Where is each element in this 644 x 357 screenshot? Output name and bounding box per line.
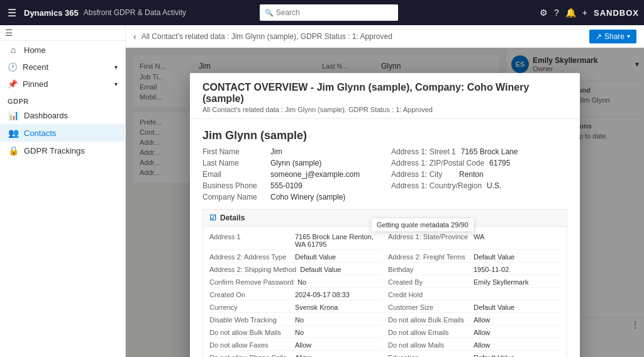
company-name-value: Coho Winery (sample) bbox=[270, 193, 345, 201]
detail-row-right: Customer SizeDefault Value bbox=[388, 302, 560, 313]
sandbox-label: SANDBOX bbox=[594, 8, 639, 18]
detail-label: Disable Web Tracking bbox=[209, 316, 291, 324]
detail-row-left: Do not allow FaxesAllow bbox=[209, 340, 382, 351]
address-zip-label: Address 1: ZIP/Postal Code bbox=[391, 159, 484, 167]
detail-row-right: Birthday1950-11-02 bbox=[388, 264, 560, 275]
details-grid: Address 17165 Brock Lane Renton, WA 6179… bbox=[209, 232, 560, 357]
detail-value-2: WA bbox=[474, 233, 484, 248]
detail-row-left: Created On2024-09-17 08:33 bbox=[209, 290, 382, 300]
sidebar-item-contacts[interactable]: 👥 Contacts bbox=[0, 124, 125, 142]
contact-basic-grid: First Name Jim Address 1: Street 1 7165 … bbox=[203, 147, 567, 201]
sidebar-recent-label: Recent bbox=[23, 62, 48, 72]
email-label: Email bbox=[203, 170, 265, 179]
detail-value: 2024-09-17 08:33 bbox=[295, 291, 350, 298]
detail-value: Allow bbox=[295, 354, 311, 357]
contact-card-header: Jim Glynn (sample) First Name Jim Addres… bbox=[203, 129, 567, 201]
details-body: Address 17165 Brock Lane Renton, WA 6179… bbox=[203, 227, 567, 357]
sidebar-item-gdpr-trackings[interactable]: 🔒 GDPR Trackings bbox=[0, 142, 125, 159]
detail-row-right: Do not allow EmailsAllow bbox=[388, 327, 560, 338]
sidebar-item-pinned[interactable]: 📌 Pinned ▾ bbox=[0, 76, 125, 93]
share-button[interactable]: ↗ Share ▾ bbox=[589, 30, 636, 43]
back-nav-arrow[interactable]: ‹ bbox=[133, 31, 136, 42]
email-row: Email someone_j@example.com bbox=[203, 170, 379, 179]
pinned-icon: 📌 bbox=[8, 79, 18, 89]
search-input[interactable] bbox=[276, 8, 389, 17]
hamburger-menu-icon[interactable]: ☰ bbox=[5, 4, 19, 21]
last-name-row: Last Name Glynn (sample) bbox=[203, 159, 379, 167]
details-checkmark-icon: ☑ bbox=[209, 213, 216, 222]
detail-row-left: Confirm Remove PasswordNo bbox=[209, 277, 382, 288]
detail-label-2: Education bbox=[388, 354, 470, 357]
detail-value-2: Default Value bbox=[474, 253, 514, 261]
modal-body[interactable]: Jim Glynn (sample) First Name Jim Addres… bbox=[190, 119, 580, 357]
detail-label-2: Address 2: Freight Terms bbox=[388, 253, 470, 261]
detail-row-right: Created ByEmily Skyllermark bbox=[388, 277, 560, 288]
sidebar: ☰ ⌂ Home 🕐 Recent ▾ 📌 Pinned ▾ GDPR 📊 Da… bbox=[0, 25, 126, 357]
sidebar-home-label: Home bbox=[24, 45, 46, 55]
sub-header: ‹ All Contact's related data : Jim Glynn… bbox=[126, 25, 644, 48]
sidebar-dashboards-label: Dashboards bbox=[24, 111, 68, 120]
detail-row-right: Credit Hold bbox=[388, 290, 560, 300]
settings-icon[interactable]: ⚙ bbox=[540, 8, 548, 18]
add-icon[interactable]: + bbox=[582, 8, 587, 18]
sidebar-item-recent[interactable]: 🕐 Recent ▾ bbox=[0, 59, 125, 76]
address-city-value: Renton bbox=[459, 170, 484, 179]
detail-label: Confirm Remove Password bbox=[209, 278, 294, 286]
detail-value: Default Value bbox=[300, 266, 341, 273]
detail-row-left: Address 2: Address TypeDefault Value bbox=[209, 252, 382, 263]
address-street-row: Address 1: Street 1 7165 Brock Lane bbox=[391, 147, 567, 156]
notifications-icon[interactable]: 🔔 bbox=[565, 8, 576, 18]
detail-value-2: Default Value bbox=[474, 303, 514, 311]
detail-value: No bbox=[295, 329, 304, 336]
recent-icon: 🕐 bbox=[8, 62, 18, 72]
detail-value: Allow bbox=[295, 341, 311, 349]
detail-label-2: Credit Hold bbox=[388, 291, 470, 298]
detail-value: 7165 Brock Lane Renton, WA 61795 bbox=[295, 233, 382, 248]
detail-label-2: Address 1: State/Province bbox=[388, 233, 470, 248]
sidebar-item-home[interactable]: ⌂ Home bbox=[0, 41, 125, 59]
help-icon[interactable]: ? bbox=[554, 8, 559, 18]
email-value: someone_j@example.com bbox=[270, 170, 360, 179]
detail-value-2: Emily Skyllermark bbox=[474, 278, 528, 286]
detail-label: Created On bbox=[209, 291, 291, 298]
detail-row-right: Do not allow MailsAllow bbox=[388, 340, 560, 351]
detail-row-left: Address 2: Shipping MethodDefault Value bbox=[209, 264, 382, 275]
address-city-label: Address 1: City bbox=[391, 170, 454, 179]
detail-row-left: Do not allow Phone CallsAllow bbox=[209, 353, 382, 357]
detail-value-2: Allow bbox=[474, 341, 490, 349]
top-bar-right: ⚙ ? 🔔 + SANDBOX bbox=[540, 8, 639, 18]
detail-row-left: Do not allow Bulk MailsNo bbox=[209, 327, 382, 338]
sidebar-collapse-icon[interactable]: ☰ bbox=[5, 28, 13, 38]
detail-label-2: Do not allow Mails bbox=[388, 341, 470, 349]
contact-full-name: Jim Glynn (sample) bbox=[203, 129, 567, 142]
company-name-label: Company Name bbox=[203, 193, 265, 201]
sidebar-gdpr-trackings-label: GDPR Trackings bbox=[24, 146, 85, 156]
detail-value: Default Value bbox=[295, 253, 336, 261]
detail-label: Address 2: Shipping Method bbox=[209, 266, 296, 273]
chevron-down-icon-2: ▾ bbox=[114, 81, 118, 88]
address-zip-row: Address 1: ZIP/Postal Code 61795 bbox=[391, 159, 567, 167]
detail-value-2: Default Value bbox=[474, 354, 514, 357]
address-street-value: 7165 Brock Lane bbox=[461, 147, 518, 156]
detail-label-2: Do not allow Emails bbox=[388, 329, 470, 336]
breadcrumb: All Contact's related data : Jim Glynn (… bbox=[142, 32, 392, 41]
detail-value-2: Allow bbox=[474, 329, 490, 336]
company-name-row: Company Name Coho Winery (sample) bbox=[203, 193, 379, 201]
business-phone-value: 555-0109 bbox=[270, 181, 303, 190]
detail-value: Svensk Krona bbox=[295, 303, 338, 311]
modal-overlay: CONTACT OVERVIEW - Jim Glynn (sample), C… bbox=[126, 48, 644, 357]
content-area: ‹ All Contact's related data : Jim Glynn… bbox=[126, 25, 644, 357]
detail-value: No bbox=[295, 316, 304, 324]
first-name-row: First Name Jim bbox=[203, 147, 379, 156]
search-box[interactable]: 🔍 bbox=[260, 4, 398, 21]
tooltip-badge: Getting quote metadata 29/90 bbox=[371, 218, 474, 232]
first-name-label: First Name bbox=[203, 147, 265, 156]
detail-label-2: Do not allow Bulk Emails bbox=[388, 316, 470, 324]
tooltip-text: Getting quote metadata 29/90 bbox=[377, 221, 469, 229]
detail-row-left: CurrencySvensk Krona bbox=[209, 302, 382, 313]
page-title: Absfront GDPR & Data Activity bbox=[84, 8, 186, 17]
search-icon: 🔍 bbox=[265, 9, 274, 17]
detail-label: Do not allow Bulk Mails bbox=[209, 329, 291, 336]
sidebar-item-dashboards[interactable]: 📊 Dashboards bbox=[0, 106, 125, 124]
chevron-down-icon: ▾ bbox=[114, 64, 118, 71]
